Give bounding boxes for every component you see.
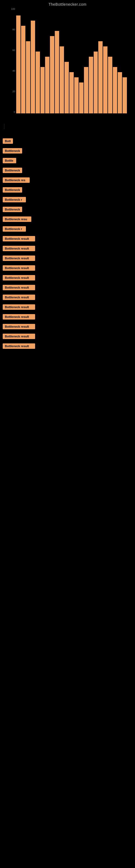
result-row: Bottleneck result <box>3 343 132 351</box>
chart-bar <box>118 72 122 113</box>
chart-bar <box>79 83 83 113</box>
result-row: Bottleneck <box>3 187 132 195</box>
y-axis-label: 0 <box>14 111 15 113</box>
chart-bar <box>74 77 79 113</box>
divider-2 <box>4 131 4 133</box>
bottleneck-result-badge: Bottleneck result <box>3 304 35 310</box>
site-title: TheBottlenecker.com <box>0 0 135 8</box>
result-row: Bott <box>3 138 132 147</box>
chart-bar <box>21 26 26 113</box>
y-axis-label: 100 <box>11 8 15 10</box>
chart-bar <box>50 36 54 113</box>
bottleneck-result-badge: Bottleneck res <box>3 177 30 183</box>
bottleneck-result-badge: Bottleneck r <box>3 226 26 231</box>
chart-bar <box>55 31 59 113</box>
chart-bar <box>98 41 103 113</box>
bottleneck-result-badge: Bott <box>3 138 13 144</box>
chart-bar <box>60 46 64 113</box>
chart-bar <box>123 77 127 113</box>
bottleneck-result-badge: Bottleneck result <box>3 246 35 251</box>
result-row: Bottleneck result <box>3 324 132 332</box>
result-row: Bottleneck r <box>3 197 132 205</box>
result-row: Bottleneck <box>3 167 132 176</box>
result-row: Bottleneck res <box>3 177 132 186</box>
y-axis-label: 60 <box>12 49 15 52</box>
chart-bar <box>41 67 45 113</box>
bottleneck-result-badge: Bottle <box>3 158 16 163</box>
divider <box>4 124 4 129</box>
bottleneck-result-badge: Bottleneck result <box>3 255 35 261</box>
chart-bars <box>16 10 127 113</box>
result-row: Bottleneck result <box>3 255 132 264</box>
results-section: BottBottleneckBottleBottleneckBottleneck… <box>0 138 135 351</box>
result-row: Bottleneck result <box>3 294 132 303</box>
bottleneck-result-badge: Bottleneck result <box>3 275 35 280</box>
bottleneck-result-badge: Bottleneck <box>3 187 22 193</box>
result-row: Bottle <box>3 158 132 166</box>
bottleneck-result-badge: Bottleneck result <box>3 324 35 329</box>
result-row: Bottleneck result <box>3 275 132 283</box>
result-row: Bottleneck result <box>3 265 132 273</box>
result-row: Bottleneck <box>3 148 132 156</box>
bottleneck-result-badge: Bottleneck result <box>3 314 35 319</box>
bottleneck-result-badge: Bottleneck <box>3 207 22 212</box>
chart-bar <box>108 57 112 113</box>
y-axis-label: 80 <box>12 28 15 31</box>
bottleneck-result-badge: Bottleneck result <box>3 265 35 271</box>
chart-bar <box>113 67 117 113</box>
chart-bar <box>45 57 49 113</box>
chart-bar <box>16 16 20 113</box>
bottleneck-result-badge: Bottleneck result <box>3 236 35 241</box>
y-axis-label: 40 <box>12 69 15 72</box>
chart-bar <box>94 52 98 113</box>
result-row: Bottleneck <box>3 207 132 215</box>
result-row: Bottleneck result <box>3 314 132 322</box>
bottleneck-result-badge: Bottleneck <box>3 167 22 173</box>
result-row: Bottleneck result <box>3 334 132 342</box>
result-row: Bottleneck resu <box>3 216 132 225</box>
bottleneck-result-badge: Bottleneck r <box>3 197 26 203</box>
bottleneck-result-badge: Bottleneck result <box>3 294 35 300</box>
bottleneck-result-badge: Bottleneck resu <box>3 216 31 222</box>
bottleneck-result-badge: Bottleneck result <box>3 343 35 349</box>
bottleneck-result-badge: Bottleneck <box>3 148 22 154</box>
result-row: Bottleneck result <box>3 246 132 254</box>
chart-bar <box>26 41 30 113</box>
chart-bar <box>70 72 74 113</box>
result-row: Bottleneck result <box>3 304 132 312</box>
chart-bar <box>31 21 35 113</box>
chart-x-axis <box>16 113 130 122</box>
chart-bar <box>36 52 40 113</box>
y-axis-label: 20 <box>12 90 15 93</box>
chart-bar <box>64 62 69 113</box>
chart-y-axis: 100806040200 <box>5 8 16 113</box>
chart-bar <box>103 46 107 113</box>
chart-area: 100806040200 <box>5 8 130 122</box>
chart-bar <box>84 67 88 113</box>
bottleneck-result-badge: Bottleneck result <box>3 285 35 290</box>
result-row: Bottleneck result <box>3 285 132 293</box>
bottleneck-result-badge: Bottleneck result <box>3 334 35 339</box>
result-row: Bottleneck r <box>3 226 132 235</box>
chart-bar <box>89 57 93 113</box>
result-row: Bottleneck result <box>3 236 132 244</box>
